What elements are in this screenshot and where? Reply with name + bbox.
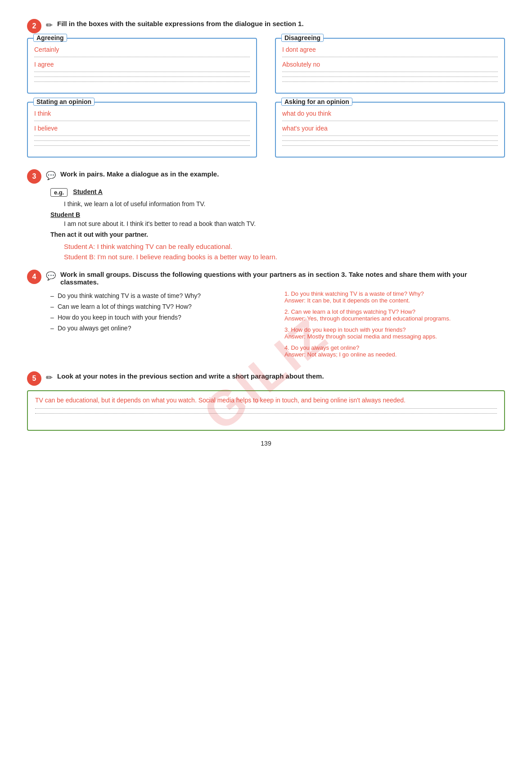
then-act: Then act it out with your partner. bbox=[50, 231, 505, 238]
disagreeing-line2 bbox=[282, 72, 498, 72]
ans-a3: Answer: Mostly through social media and … bbox=[284, 333, 437, 340]
asking-answer2: what's your idea bbox=[282, 125, 498, 132]
disagreeing-line3 bbox=[282, 77, 498, 77]
stating-line1 bbox=[34, 121, 250, 121]
stating-content: I think I believe bbox=[34, 110, 250, 146]
answer-box: TV can be educational, but it depends on… bbox=[27, 390, 505, 431]
agreeing-content: Certainly I agree bbox=[34, 46, 250, 82]
stating-line2 bbox=[34, 135, 250, 136]
disagreeing-line4 bbox=[282, 81, 498, 82]
disagreeing-box: Disagreeing I dont agree Absolutely no bbox=[275, 38, 505, 94]
agreeing-title: Agreeing bbox=[33, 34, 67, 42]
stating-box: Stating an opinion I think I believe bbox=[27, 102, 257, 158]
section3-eg-row: e.g. Student A bbox=[50, 188, 505, 197]
student-b-label-row: Student B bbox=[50, 211, 505, 218]
ans-a4: Answer: Not always; I go online as neede… bbox=[284, 351, 397, 358]
answer-item-3: 3. How do you keep in touch with your fr… bbox=[284, 326, 505, 340]
stating-answer2: I believe bbox=[34, 125, 250, 132]
section4: 4 Work in small groups. Discuss the foll… bbox=[27, 269, 505, 362]
answer-box-text: TV can be educational, but it depends on… bbox=[35, 397, 497, 404]
section4-header: 4 Work in small groups. Discuss the foll… bbox=[27, 269, 505, 286]
section5-number: 5 bbox=[27, 371, 41, 386]
ans-a2: Answer: Yes, through documentaries and e… bbox=[284, 315, 451, 322]
section5: 5 Look at your notes in the previous sec… bbox=[27, 370, 505, 431]
answer-a: Student A: I think watching TV can be re… bbox=[64, 243, 505, 250]
disagreeing-answer2: Absolutely no bbox=[282, 61, 498, 68]
answer-b: Student B: I'm not sure. I believe readi… bbox=[64, 253, 505, 261]
section5-header: 5 Look at your notes in the previous sec… bbox=[27, 370, 505, 386]
agreeing-line2 bbox=[34, 72, 250, 72]
section5-instruction: Look at your notes in the previous secti… bbox=[57, 370, 505, 380]
stating-line3 bbox=[34, 140, 250, 141]
stating-line4 bbox=[34, 145, 250, 146]
ans-q2: 2. Can we learn a lot of things watching… bbox=[284, 308, 415, 315]
asking-line4 bbox=[282, 145, 498, 146]
answer-item-2: 2. Can we learn a lot of things watching… bbox=[284, 308, 505, 322]
asking-box: Asking for an opinion what do you think … bbox=[275, 102, 505, 158]
section4-number: 4 bbox=[27, 270, 41, 284]
ans-q1: 1. Do you think watching TV is a waste o… bbox=[284, 290, 424, 297]
section3-number: 3 bbox=[27, 169, 41, 184]
agreeing-line1 bbox=[34, 57, 250, 57]
agreeing-answer1: Certainly bbox=[34, 46, 250, 53]
section3-body: e.g. Student A I think, we learn a lot o… bbox=[50, 188, 505, 261]
stating-title: Stating an opinion bbox=[33, 98, 95, 106]
asking-line3 bbox=[282, 140, 498, 141]
student-b-text: I am not sure about it. I think it's bet… bbox=[64, 220, 505, 227]
questions-grid: Do you think watching TV is a waste of t… bbox=[50, 290, 505, 362]
disagreeing-line1 bbox=[282, 57, 498, 57]
boxes-grid: Agreeing Certainly I agree Disagreeing I… bbox=[27, 38, 505, 158]
asking-line1 bbox=[282, 121, 498, 121]
section3-instruction: Work in pairs. Make a dialogue as in the… bbox=[60, 168, 505, 178]
asking-answer1: what do you think bbox=[282, 110, 498, 117]
section2-header: 2 Fill in the boxes with the suitable ex… bbox=[27, 18, 505, 33]
section2-instruction: Fill in the boxes with the suitable expr… bbox=[57, 18, 505, 27]
student-b-label: Student B bbox=[50, 211, 80, 218]
disagreeing-title: Disagreeing bbox=[281, 34, 324, 42]
question-3: How do you keep in touch with your frien… bbox=[50, 312, 271, 323]
pencil-icon bbox=[46, 20, 53, 30]
answer-box-line1 bbox=[35, 408, 497, 409]
pencil-icon-s5 bbox=[46, 372, 53, 383]
student-a-label: Student A bbox=[73, 188, 103, 195]
section3: 3 Work in pairs. Make a dialogue as in t… bbox=[27, 168, 505, 261]
ans-q3: 3. How do you keep in touch with your fr… bbox=[284, 326, 406, 333]
student-a-text: I think, we learn a lot of useful inform… bbox=[64, 200, 505, 208]
agreeing-answer2: I agree bbox=[34, 61, 250, 68]
chat-icon bbox=[46, 170, 56, 180]
agreeing-line3 bbox=[34, 77, 250, 77]
ans-q4: 4. Do you always get online? bbox=[284, 344, 359, 351]
section3-header: 3 Work in pairs. Make a dialogue as in t… bbox=[27, 168, 505, 184]
question-4: Do you always get online? bbox=[50, 323, 271, 334]
answer-box-line2 bbox=[35, 413, 497, 414]
chat-icon-s4 bbox=[46, 271, 56, 281]
section2-number: 2 bbox=[27, 19, 41, 33]
questions-right: 1. Do you think watching TV is a waste o… bbox=[284, 290, 505, 362]
ans-a1: Answer: It can be, but it depends on the… bbox=[284, 297, 410, 304]
agreeing-line4 bbox=[34, 81, 250, 82]
section4-instruction: Work in small groups. Discuss the follow… bbox=[60, 269, 505, 286]
eg-label: e.g. bbox=[50, 188, 68, 197]
questions-list: Do you think watching TV is a waste of t… bbox=[50, 290, 271, 334]
questions-left: Do you think watching TV is a waste of t… bbox=[50, 290, 271, 362]
disagreeing-answer1: I dont agree bbox=[282, 46, 498, 53]
agreeing-box: Agreeing Certainly I agree bbox=[27, 38, 257, 94]
asking-content: what do you think what's your idea bbox=[282, 110, 498, 146]
stating-answer1: I think bbox=[34, 110, 250, 117]
question-1: Do you think watching TV is a waste of t… bbox=[50, 290, 271, 301]
asking-line2 bbox=[282, 135, 498, 136]
page-number: 139 bbox=[27, 440, 505, 447]
answer-item-4: 4. Do you always get online? Answer: Not… bbox=[284, 344, 505, 358]
question-2: Can we learn a lot of things watching TV… bbox=[50, 301, 271, 312]
answer-item-1: 1. Do you think watching TV is a waste o… bbox=[284, 290, 505, 304]
asking-title: Asking for an opinion bbox=[281, 98, 352, 106]
disagreeing-content: I dont agree Absolutely no bbox=[282, 46, 498, 82]
